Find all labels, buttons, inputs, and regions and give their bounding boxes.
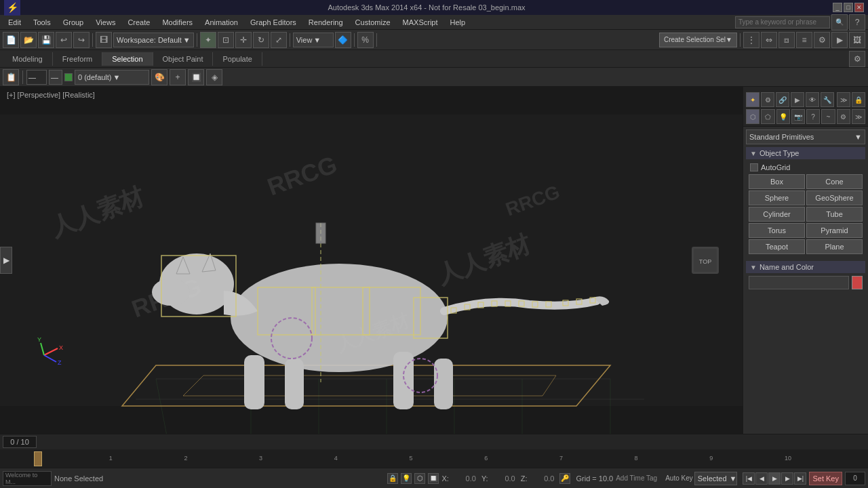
isolate-icon[interactable]: ◈ — [206, 69, 222, 85]
search-input[interactable] — [735, 16, 830, 28]
layer-panel-icon[interactable]: 📋 — [3, 69, 19, 85]
restore-button[interactable]: □ — [844, 3, 853, 12]
search-icon[interactable]: 🔍 — [831, 14, 848, 30]
viewport-container[interactable]: [+] [Perspective] [Realistic] 人人素材 RRCG … — [0, 87, 743, 434]
lights-icon[interactable]: 💡 — [776, 109, 790, 124]
render-icon[interactable]: ▶ — [831, 32, 848, 48]
layer-icon[interactable]: ≡ — [796, 32, 812, 48]
tube-button[interactable]: Tube — [806, 207, 863, 222]
menu-rendering[interactable]: Rendering — [303, 17, 349, 28]
cameras-icon[interactable]: 📷 — [791, 109, 805, 124]
object-type-header[interactable]: ▼ Object Type — [746, 147, 865, 159]
panel-tab-create[interactable]: ✦ — [746, 92, 760, 107]
helpers-icon[interactable]: ? — [806, 109, 820, 124]
menu-help[interactable]: Help — [445, 17, 471, 28]
tab-modeling[interactable]: Modeling — [3, 52, 53, 66]
align-icon[interactable]: ⧈ — [778, 32, 795, 48]
menu-views[interactable]: Views — [90, 17, 121, 28]
menu-modifiers[interactable]: Modifiers — [157, 17, 198, 28]
rotate-icon[interactable]: ↻ — [253, 32, 269, 48]
viewport-expand-button[interactable]: ▶ — [0, 247, 12, 274]
panel-tab-hierarchy[interactable]: 🔗 — [776, 92, 789, 107]
panel-lock-icon[interactable]: 🔒 — [852, 92, 865, 107]
help-icon[interactable]: ? — [849, 14, 865, 30]
color-box[interactable] — [64, 73, 73, 81]
undo-icon[interactable]: ↩ — [56, 32, 72, 48]
scale-icon[interactable]: ⤢ — [271, 32, 287, 48]
panel-tab-display[interactable]: 👁 — [806, 92, 819, 107]
view-dropdown[interactable]: View ▼ — [293, 33, 334, 47]
select-object-icon[interactable]: ✦ — [200, 32, 216, 48]
tab-options-icon[interactable]: ⚙ — [849, 51, 865, 67]
time-slider[interactable] — [34, 451, 42, 466]
pyramid-button[interactable]: Pyramid — [806, 223, 863, 238]
go-start-button[interactable]: |◀ — [743, 472, 755, 485]
standard-primitives-dropdown[interactable]: Standard Primitives ▼ — [746, 129, 865, 144]
create-selection-button[interactable]: Create Selection Sel ▼ — [659, 33, 737, 47]
redo-icon[interactable]: ↪ — [73, 32, 90, 48]
menu-tools[interactable]: Tools — [28, 17, 56, 28]
render-frame-icon[interactable]: 🎞 — [96, 32, 112, 48]
render-setup-icon[interactable]: ⚙ — [814, 32, 830, 48]
torus-button[interactable]: Torus — [749, 223, 805, 238]
set-key-button[interactable]: Set Key — [809, 472, 842, 485]
tab-selection[interactable]: Selection — [102, 52, 153, 66]
timeline-bar[interactable]: 0 1 2 3 4 5 6 7 8 9 10 — [0, 449, 868, 468]
percent-icon[interactable]: % — [357, 32, 374, 48]
add-layer-icon[interactable]: + — [170, 69, 186, 85]
color-swatch[interactable] — [852, 276, 863, 289]
systems-icon[interactable]: ⚙ — [837, 109, 850, 124]
save-icon[interactable]: 💾 — [38, 32, 54, 48]
close-button[interactable]: ✕ — [854, 3, 864, 12]
sublayer-dropdown[interactable]: — — [49, 70, 62, 85]
open-icon[interactable]: 📂 — [20, 32, 37, 48]
menu-graph-editors[interactable]: Graph Editors — [245, 17, 302, 28]
shapes-icon[interactable]: ⬠ — [761, 109, 774, 124]
next-frame-button[interactable]: ▶ — [781, 472, 793, 485]
minimize-button[interactable]: _ — [833, 3, 842, 12]
layer-name-dropdown[interactable]: 0 (default) ▼ — [75, 70, 149, 85]
geometry-icon[interactable]: ⬡ — [746, 109, 760, 124]
snap-icon[interactable]: 🔷 — [335, 32, 351, 48]
menu-group[interactable]: Group — [58, 17, 90, 28]
selected-dropdown[interactable]: Selected ▼ — [694, 472, 738, 485]
menu-maxscript[interactable]: MAXScript — [397, 17, 443, 28]
selection-filter-icon[interactable]: 🔲 — [188, 69, 204, 85]
new-scene-icon[interactable]: 📄 — [3, 32, 19, 48]
tab-populate[interactable]: Populate — [213, 52, 262, 66]
panel-tab-modify[interactable]: ⚙ — [761, 92, 774, 107]
status-light-icon[interactable]: 💡 — [401, 473, 412, 484]
name-color-header[interactable]: ▼ Name and Color — [746, 261, 865, 273]
layer-dropdown[interactable]: — — [26, 70, 47, 85]
spacewarps-icon[interactable]: ~ — [821, 109, 835, 124]
prev-frame-button[interactable]: ◀ — [755, 472, 768, 485]
workspace-dropdown[interactable]: Workspace: Default ▼ — [113, 33, 194, 47]
plane-button[interactable]: Plane — [806, 239, 863, 254]
select-region-icon[interactable]: ⊡ — [218, 32, 234, 48]
cylinder-button[interactable]: Cylinder — [749, 207, 805, 222]
mirror-icon[interactable]: ⇔ — [761, 32, 777, 48]
status-cube-icon[interactable]: ⬡ — [414, 473, 425, 484]
status-magnet-icon[interactable]: 🔲 — [428, 473, 439, 484]
cone-button[interactable]: Cone — [806, 174, 863, 189]
render-history-icon[interactable]: 🖼 — [849, 32, 865, 48]
panel-tab-utilities[interactable]: 🔧 — [821, 92, 834, 107]
play-button[interactable]: ▶ — [768, 472, 781, 485]
status-lock-icon[interactable]: 🔒 — [387, 473, 398, 484]
go-end-button[interactable]: ▶| — [794, 472, 806, 485]
autogrid-checkbox[interactable] — [750, 163, 758, 171]
teapot-button[interactable]: Teapot — [749, 239, 805, 254]
tab-object-paint[interactable]: Object Paint — [153, 52, 214, 66]
tab-freeform[interactable]: Freeform — [53, 52, 103, 66]
menu-customize[interactable]: Customize — [350, 17, 396, 28]
object-name-input[interactable] — [749, 276, 849, 289]
frame-input[interactable]: 0 — [845, 472, 865, 485]
panel-settings-icon[interactable]: ≫ — [837, 92, 850, 107]
geosphere-button[interactable]: GeoSphere — [806, 190, 863, 205]
more-icon[interactable]: ≫ — [852, 109, 865, 124]
menu-edit[interactable]: Edit — [3, 17, 26, 28]
menu-animation[interactable]: Animation — [199, 17, 243, 28]
panel-tab-motion[interactable]: ▶ — [791, 92, 804, 107]
key-icon[interactable]: 🔑 — [559, 473, 570, 484]
named-selection-icon[interactable]: ⋮ — [743, 32, 760, 48]
